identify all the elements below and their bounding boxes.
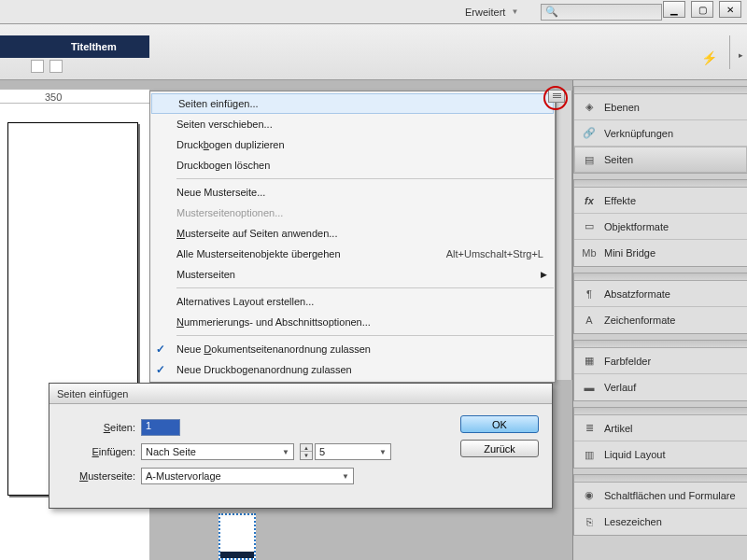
menu-item-label: Neue Musterseite... [176, 187, 265, 198]
panel-item-link[interactable]: 🔗Verknüpfungen [574, 120, 747, 147]
panel-group: ▦Farbfelder▬Verlauf [573, 340, 747, 401]
menu-item-label: Neue Dokumentseitenanordnung zulassen [176, 343, 371, 355]
panel-item-layers[interactable]: ◈Ebenen [574, 94, 747, 120]
panel-item-swatch[interactable]: ▦Farbfelder [574, 348, 747, 374]
panel-group: fxEffekte▭ObjektformateMbMini Bridge [573, 179, 747, 267]
panel-item-para[interactable]: ¶Absatzformate [574, 281, 747, 307]
liquid-icon: ▥ [582, 447, 597, 462]
menu-item-label: Musterseite auf Seiten anwenden... [176, 228, 337, 239]
cancel-button[interactable]: Zurück [460, 440, 539, 457]
link-icon: 🔗 [582, 126, 597, 141]
spin-down-icon[interactable]: ▼ [301, 452, 312, 459]
menu-item[interactable]: Musterseite auf Seiten anwenden... [150, 223, 555, 244]
para-icon: ¶ [582, 287, 597, 301]
page-thumbnail-area [185, 513, 297, 558]
page-spinner[interactable]: ▲▼ [300, 443, 313, 460]
page-number-combo[interactable]: 5▼ [315, 443, 391, 460]
panel-item-forms[interactable]: ◉Schaltflächen und Formulare [574, 483, 747, 509]
dialog-body: Seiten: 1 Einfügen: Nach Seite▼ ▲▼ 5▼ Mu… [49, 404, 552, 488]
submenu-arrow-icon: ▶ [541, 270, 547, 279]
master-label: Musterseite: [63, 470, 141, 482]
menu-item[interactable]: ✓Neue Dokumentseitenanordnung zulassen [150, 339, 555, 359]
panel-label: Verlauf [604, 382, 636, 393]
panel-group: ¶AbsatzformateAZeichenformate [573, 273, 747, 334]
menu-item[interactable]: Seiten einfügen... [151, 93, 554, 114]
menu-separator [176, 178, 554, 179]
menu-item-label: Druckbogen löschen [176, 160, 270, 171]
master-combo[interactable]: A-Mustervorlage▼ [141, 468, 354, 484]
toolbar-divider [729, 35, 730, 69]
page-thumbnail-footer [220, 552, 254, 558]
panel-stack: ◈Ebenen🔗Verknüpfungen▤SeitenfxEffekte▭Ob… [572, 80, 747, 560]
insert-combo[interactable]: Nach Seite▼ [141, 443, 294, 460]
panel-item-objstyle[interactable]: ▭Objektformate [574, 214, 747, 240]
menu-item[interactable]: Seiten verschieben... [150, 114, 555, 134]
panel-item-grad[interactable]: ▬Verlauf [574, 374, 747, 400]
panel-group: ◉Schaltflächen und Formulare⎘Lesezeichen [573, 474, 747, 536]
grad-icon: ▬ [582, 380, 597, 395]
check-icon: ✓ [156, 363, 165, 376]
panel-item-char[interactable]: AZeichenformate [574, 307, 747, 333]
page-number-value: 5 [319, 446, 325, 457]
ok-button[interactable]: OK [460, 415, 539, 433]
panel-item-pages[interactable]: ▤Seiten [574, 147, 747, 173]
menu-item[interactable]: Druckbogen duplizieren [150, 134, 555, 155]
menu-item[interactable]: Alternatives Layout erstellen... [150, 291, 555, 312]
panel-item-liquid[interactable]: ▥Liquid Layout [574, 441, 747, 468]
panel-item-article[interactable]: ≣Artikel [574, 415, 747, 441]
check-icon: ✓ [156, 343, 165, 356]
menu-item-label: Druckbogen duplizieren [176, 139, 285, 150]
menu-item[interactable]: Druckbogen löschen [150, 155, 555, 175]
panel-label: Verknüpfungen [604, 128, 673, 139]
menu-item[interactable]: Nummerierungs- und Abschnittsoptionen... [150, 312, 555, 332]
pages-panel-menu: Seiten einfügen...Seiten verschieben...D… [149, 91, 556, 383]
panel-group: ◈Ebenen🔗Verknüpfungen▤Seiten [573, 86, 747, 174]
panel-label: Artikel [604, 423, 633, 434]
insert-combo-value: Nach Seite [146, 446, 196, 457]
forms-icon: ◉ [582, 488, 597, 503]
search-input[interactable]: 🔍 [541, 4, 662, 21]
menu-item[interactable]: Neue Musterseite... [150, 182, 555, 203]
swatch-icon: ▦ [582, 354, 597, 369]
spin-up-icon[interactable]: ▲ [301, 444, 312, 452]
bookmark-icon: ⎘ [582, 514, 597, 529]
menu-item-label: Musterseitenoptionen... [176, 207, 283, 218]
panel-item-bookmark[interactable]: ⎘Lesezeichen [574, 509, 747, 535]
panel-label: Zeichenformate [604, 315, 675, 326]
char-icon: A [582, 313, 597, 328]
close-button[interactable]: ✕ [719, 1, 741, 18]
document-title-band: Titelthem [0, 35, 149, 58]
panel-menu-button[interactable] [548, 90, 565, 103]
panel-label: Absatzformate [604, 288, 670, 300]
panel-group-header [574, 87, 747, 94]
document-title: Titelthem [71, 41, 117, 52]
menu-item[interactable]: Alle Musterseitenobjekte übergehenAlt+Um… [150, 244, 555, 264]
app-menubar: Erweitert ▼ 🔍 ▁ ▢ ✕ [0, 0, 747, 24]
panel-item-fx[interactable]: fxEffekte [574, 188, 747, 214]
pages-label: Seiten: [63, 422, 141, 433]
ruler: 350 [0, 89, 149, 104]
panel-label: Lesezeichen [604, 516, 662, 527]
panel-strip: ▴ [556, 91, 572, 380]
mini-icon-1[interactable] [31, 60, 44, 73]
panel-group-header [574, 341, 747, 348]
bolt-icon[interactable]: ⚡ [701, 50, 717, 65]
insert-pages-dialog: Seiten einfügen Seiten: 1 Einfügen: Nach… [49, 383, 553, 509]
maximize-button[interactable]: ▢ [691, 1, 713, 18]
panel-label: Objektformate [604, 221, 669, 232]
panel-menu-icon [553, 93, 561, 100]
objstyle-icon: ▭ [582, 219, 597, 234]
page-thumbnail[interactable] [218, 513, 256, 560]
panel-item-mb[interactable]: MbMini Bridge [574, 240, 747, 266]
menu-item[interactable]: Musterseiten▶ [150, 264, 555, 285]
menu-item[interactable]: ✓Neue Druckbogenanordnung zulassen [150, 359, 555, 380]
overflow-icon[interactable]: ▸ [739, 50, 743, 60]
ruler-tick: 350 [45, 91, 62, 103]
workspace-switcher[interactable]: Erweitert ▼ [458, 4, 531, 21]
panel-label: Seiten [604, 154, 633, 165]
minimize-button[interactable]: ▁ [663, 1, 685, 18]
window-controls: ▁ ▢ ✕ [663, 1, 741, 18]
pages-input[interactable]: 1 [141, 419, 180, 436]
mini-icon-2[interactable] [49, 60, 63, 73]
mb-icon: Mb [582, 245, 597, 260]
